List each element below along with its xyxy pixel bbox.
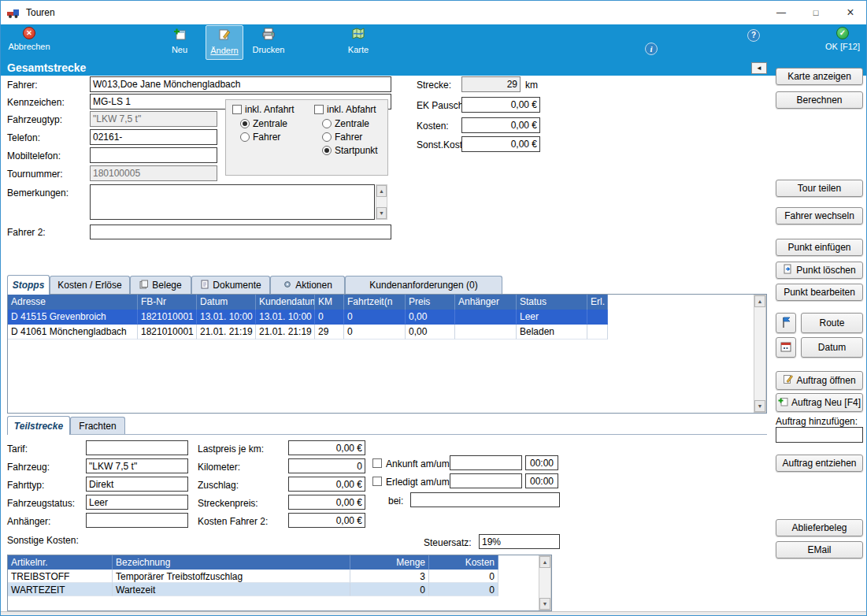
tab-kundenanforderungen[interactable]: Kundenanforderungen (0) xyxy=(345,276,502,294)
scroll-up-button[interactable]: ▲ xyxy=(754,295,765,307)
toolbar-aendern-button[interactable]: Ändern xyxy=(206,25,243,60)
fahrttyp-input[interactable] xyxy=(86,477,188,492)
streckenpreis-input[interactable] xyxy=(288,495,365,510)
tarif-input[interactable] xyxy=(86,440,188,455)
col-kosten[interactable]: Kosten xyxy=(429,555,498,570)
sonst-kosten-input[interactable] xyxy=(461,136,540,152)
help-button[interactable]: ? xyxy=(747,29,760,42)
toolbar-abbrechen-button[interactable]: ✕ Abbrechen xyxy=(6,27,53,51)
erledigt-zeit-input[interactable] xyxy=(525,473,558,488)
col-artikelnr[interactable]: Artikelnr. xyxy=(8,555,113,570)
strecke-input[interactable] xyxy=(461,76,521,92)
route-icon-button[interactable] xyxy=(776,313,796,333)
lastpreis-input[interactable] xyxy=(288,440,365,455)
tab-teilstrecke[interactable]: Teilstrecke xyxy=(7,416,70,435)
scroll-down-button[interactable]: ▼ xyxy=(376,207,387,219)
col-datum[interactable]: Datum xyxy=(197,295,256,310)
col-adresse[interactable]: Adresse xyxy=(8,295,138,310)
kosten-fahrer2-input[interactable] xyxy=(288,513,365,528)
anfahrt-zentrale-radio[interactable] xyxy=(240,119,250,128)
mobiltelefon-input[interactable] xyxy=(90,147,217,163)
tournummer-input[interactable] xyxy=(90,165,217,181)
tab-kosten-erloese[interactable]: Kosten / Erlöse xyxy=(50,276,130,294)
kilometer-input[interactable] xyxy=(288,458,365,473)
route-button[interactable]: Route xyxy=(801,313,863,333)
datum-icon-button[interactable] xyxy=(776,337,796,358)
scroll-down-button[interactable]: ▼ xyxy=(539,598,550,610)
col-menge[interactable]: Menge xyxy=(350,555,429,570)
fahrzeugtyp-input[interactable] xyxy=(90,111,217,127)
abfahrt-zentrale-radio[interactable] xyxy=(322,119,332,128)
email-button[interactable]: EMail xyxy=(776,541,863,558)
berechnen-button[interactable]: Berechnen xyxy=(776,91,863,109)
tab-aktionen[interactable]: Aktionen xyxy=(270,276,345,294)
collapse-panel-button[interactable]: ◄ xyxy=(751,62,767,74)
auftrag-entziehen-button[interactable]: Auftrag entziehen xyxy=(776,455,863,472)
col-preis[interactable]: Preis xyxy=(406,295,455,310)
col-fb-nr[interactable]: FB-Nr xyxy=(138,295,197,310)
tab-dokumente[interactable]: Dokumente xyxy=(191,276,270,294)
toolbar-neu-button[interactable]: Neu xyxy=(161,27,198,54)
anfahrt-fahrer-radio[interactable] xyxy=(240,132,250,142)
toolbar-karte-button[interactable]: Karte xyxy=(338,27,379,54)
erledigt-datum-input[interactable] xyxy=(450,473,522,488)
anhaenger-input[interactable] xyxy=(86,513,188,528)
scroll-up-button[interactable]: ▲ xyxy=(376,185,387,197)
col-kundendatum[interactable]: Kundendatum xyxy=(256,295,315,310)
fahrzeugstatus-input[interactable] xyxy=(86,495,188,510)
articles-row-1[interactable]: TREIBSTOFF Temporärer Treibstoffzuschlag… xyxy=(8,570,551,583)
col-bezeichnung[interactable]: Bezeichnung xyxy=(113,555,350,570)
punkt-loeschen-button[interactable]: Punkt löschen xyxy=(776,262,863,279)
fahrer-wechseln-button[interactable]: Fahrer wechseln xyxy=(776,207,863,225)
inkl-anfahrt-checkbox[interactable] xyxy=(232,105,242,114)
fahrer2-input[interactable] xyxy=(90,225,391,239)
minimize-button[interactable]: — xyxy=(764,1,798,24)
tab-belege[interactable]: Belege xyxy=(130,276,191,294)
col-erl[interactable]: Erl. xyxy=(587,295,608,310)
datum-button[interactable]: Datum xyxy=(801,337,863,358)
toolbar-ok-button[interactable]: ✓ OK [F12] xyxy=(820,27,865,51)
bei-input[interactable] xyxy=(410,492,560,507)
erledigt-checkbox[interactable] xyxy=(372,477,382,486)
abfahrt-startpunkt-radio[interactable] xyxy=(322,146,332,155)
abfahrt-fahrer-radio[interactable] xyxy=(322,132,332,142)
fahrzeug-input[interactable] xyxy=(86,458,188,473)
auftrag-neu-button[interactable]: Auftrag Neu [F4] xyxy=(776,393,863,412)
bemerkungen-textarea[interactable] xyxy=(90,184,375,220)
stops-row-2[interactable]: D 41061 Mönchengladbach 1821010001 21.01… xyxy=(8,325,766,340)
punkt-einfuegen-button[interactable]: Punkt einfügen xyxy=(776,239,863,256)
ek-pauschal-input[interactable] xyxy=(461,97,540,113)
stops-row-1[interactable]: D 41515 Grevenbroich 1821010001 13.01. 1… xyxy=(8,310,766,325)
close-button[interactable]: × xyxy=(833,1,867,24)
stops-scrollbar[interactable]: ▲ ▼ xyxy=(754,295,766,413)
col-anhaenger[interactable]: Anhänger xyxy=(455,295,517,310)
articles-row-2[interactable]: WARTEZEIT Wartezeit 0 0 xyxy=(8,583,551,596)
col-fahrtzeit[interactable]: Fahrtzeit(n xyxy=(344,295,406,310)
ankunft-zeit-input[interactable] xyxy=(525,455,558,470)
col-km[interactable]: KM xyxy=(315,295,344,310)
ankunft-checkbox[interactable] xyxy=(372,458,382,468)
articles-scrollbar[interactable]: ▲ ▼ xyxy=(539,555,551,610)
toolbar-drucken-button[interactable]: Drucken xyxy=(248,27,289,54)
ankunft-datum-input[interactable] xyxy=(450,455,522,470)
auftrag-hinzufuegen-input[interactable] xyxy=(776,427,863,443)
inkl-abfahrt-checkbox[interactable] xyxy=(314,105,324,114)
kosten-input[interactable] xyxy=(461,117,540,133)
scroll-down-button[interactable]: ▼ xyxy=(754,400,765,412)
fahrer-input[interactable] xyxy=(90,76,391,92)
tour-teilen-button[interactable]: Tour teilen xyxy=(776,180,863,197)
telefon-input[interactable] xyxy=(90,129,217,145)
karte-anzeigen-button[interactable]: Karte anzeigen xyxy=(776,68,863,85)
maximize-button[interactable]: □ xyxy=(798,1,833,24)
info-button[interactable]: i xyxy=(645,43,658,55)
zuschlag-input[interactable] xyxy=(288,477,365,492)
auftrag-oeffnen-button[interactable]: Auftrag öffnen xyxy=(776,371,863,390)
app-icon[interactable] xyxy=(7,6,20,19)
steuersatz-input[interactable] xyxy=(479,534,560,549)
ablieferbeleg-button[interactable]: Ablieferbeleg xyxy=(776,519,863,536)
tab-stopps[interactable]: Stopps xyxy=(7,275,50,295)
punkt-bearbeiten-button[interactable]: Punkt bearbeiten xyxy=(776,284,863,301)
tab-frachten[interactable]: Frachten xyxy=(70,417,125,434)
scroll-up-button[interactable]: ▲ xyxy=(539,556,550,568)
col-status[interactable]: Status xyxy=(517,295,587,310)
